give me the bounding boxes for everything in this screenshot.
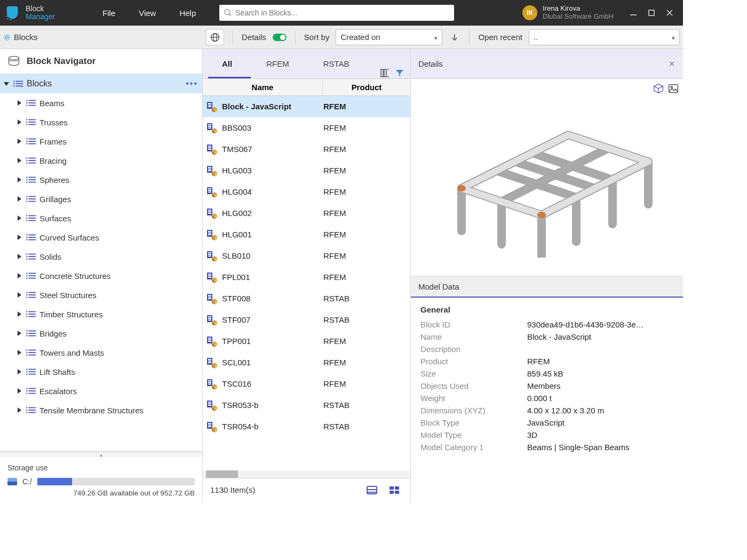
close-icon[interactable]: ✕ (669, 59, 676, 69)
table-row[interactable]: FPL001 RFEM (203, 267, 410, 288)
search-input[interactable] (235, 9, 450, 17)
tree-item[interactable]: Beams (0, 93, 202, 113)
breadcrumb[interactable]: Blocks (3, 33, 37, 42)
block-icon (206, 335, 218, 347)
table-row[interactable]: SCL001 RFEM (203, 352, 410, 373)
row-product: RFEM (323, 102, 346, 111)
expand-icon[interactable] (16, 369, 22, 375)
tree-item[interactable]: Steel Structures (0, 285, 202, 305)
horizontal-scrollbar[interactable] (203, 470, 410, 478)
expand-icon[interactable] (16, 407, 22, 413)
tree-item[interactable]: Bridges (0, 324, 202, 343)
svg-rect-171 (208, 210, 211, 211)
table-row[interactable]: TPP001 RFEM (203, 331, 410, 352)
expand-icon[interactable] (16, 215, 22, 221)
expand-icon[interactable] (16, 253, 22, 260)
tree-item[interactable]: Concrete Structures (0, 266, 202, 285)
model-preview[interactable] (411, 79, 683, 276)
table-row[interactable]: HLG001 RFEM (203, 224, 410, 245)
menu-view[interactable]: View (129, 0, 165, 26)
tree-item[interactable]: Frames (0, 132, 202, 151)
tree-item[interactable]: Curved Surfaces (0, 228, 202, 247)
tree-item[interactable]: Lift Shafts (0, 362, 202, 381)
sort-value: Created on (340, 33, 380, 42)
sort-direction-button[interactable] (449, 31, 460, 43)
resize-handle[interactable]: ▴ (0, 452, 202, 457)
tree-item[interactable]: Escalators (0, 381, 202, 401)
expand-icon[interactable] (16, 349, 22, 356)
tree-item[interactable]: Timber Structures (0, 305, 202, 324)
tree-item[interactable]: Trusses (0, 113, 202, 132)
tree-root-blocks[interactable]: Blocks ••• (0, 74, 202, 93)
tree-item[interactable]: Surfaces (0, 209, 202, 228)
tree-item[interactable]: Bracing (0, 151, 202, 170)
table-row[interactable]: Block - JavaScript RFEM (203, 96, 410, 117)
row-name: HLG002 (222, 209, 323, 218)
tab-rfem[interactable]: RFEM (249, 49, 306, 78)
cube-icon[interactable] (653, 83, 664, 94)
close-button[interactable] (665, 8, 674, 18)
table-row[interactable]: TMS067 RFEM (203, 139, 410, 160)
column-name[interactable]: Name (203, 79, 323, 95)
sort-select[interactable]: Created on (336, 29, 442, 45)
tree-item[interactable]: Towers and Masts (0, 343, 202, 362)
tree-item[interactable]: Tensile Membrane Structures (0, 401, 202, 420)
user-panel[interactable]: IK Irena Kirova Dlubal Software GmbH (516, 0, 620, 26)
property-row: Weight 0.000 t (420, 392, 673, 404)
columns-icon[interactable] (379, 68, 390, 78)
expand-icon[interactable] (16, 273, 22, 279)
tab-all[interactable]: All (205, 49, 249, 78)
image-icon[interactable] (668, 83, 679, 94)
filter-icon[interactable] (394, 68, 405, 78)
expand-icon[interactable] (16, 292, 22, 298)
property-value: 930dea49-d1b6-4436-9208-3e… (527, 320, 673, 329)
expand-icon[interactable] (16, 138, 22, 145)
table-row[interactable]: HLG003 RFEM (203, 160, 410, 181)
table-row[interactable]: TSC016 RFEM (203, 373, 410, 395)
table-row[interactable]: BBS003 RFEM (203, 117, 410, 139)
tab-rstab[interactable]: RSTAB (306, 49, 367, 78)
svg-rect-179 (208, 233, 211, 234)
table-row[interactable]: STF008 RSTAB (203, 288, 410, 309)
view-list-button[interactable] (363, 483, 380, 498)
expand-icon[interactable] (16, 100, 22, 106)
row-product: RSTAB (323, 315, 349, 324)
menu-file[interactable]: File (91, 0, 127, 26)
expand-icon[interactable] (3, 81, 10, 87)
search-box[interactable] (219, 5, 454, 21)
block-rows[interactable]: Block - JavaScript RFEM BBS003 RFEM TMS0… (203, 96, 410, 470)
column-product[interactable]: Product (323, 79, 410, 95)
svg-line-12 (5, 35, 5, 35)
table-row[interactable]: SLB010 RFEM (203, 245, 410, 267)
table-row[interactable]: HLG004 RFEM (203, 181, 410, 203)
expand-icon[interactable] (16, 388, 22, 394)
expand-icon[interactable] (16, 196, 22, 202)
menu-help[interactable]: Help (168, 0, 208, 26)
expand-icon[interactable] (16, 330, 22, 337)
open-recent-select[interactable]: .. (529, 29, 680, 45)
svg-rect-208 (208, 319, 211, 321)
more-icon[interactable]: ••• (186, 79, 198, 89)
expand-icon[interactable] (16, 119, 22, 125)
expand-icon[interactable] (16, 157, 22, 164)
minimize-button[interactable] (629, 8, 638, 18)
details-toggle[interactable] (273, 34, 287, 41)
row-product: RFEM (323, 358, 346, 367)
expand-icon[interactable] (16, 234, 22, 241)
storage-bar (37, 478, 195, 485)
view-grid-button[interactable] (386, 483, 403, 498)
tree-item[interactable]: Solids (0, 247, 202, 266)
category-tree[interactable]: Blocks ••• Beams Trusses Frames Bracing … (0, 74, 202, 452)
language-button[interactable] (206, 29, 224, 45)
tree-item[interactable]: Spheres (0, 170, 202, 189)
table-row[interactable]: HLG002 RFEM (203, 203, 410, 224)
table-row[interactable]: STF007 RSTAB (203, 309, 410, 331)
svg-rect-172 (208, 211, 211, 212)
table-row[interactable]: TSR053-b RSTAB (203, 395, 410, 416)
svg-line-15 (9, 35, 9, 35)
expand-icon[interactable] (16, 311, 22, 317)
table-row[interactable]: TSR054-b RSTAB (203, 416, 410, 437)
tree-item[interactable]: Grillages (0, 189, 202, 209)
maximize-button[interactable] (647, 8, 656, 18)
expand-icon[interactable] (16, 177, 22, 183)
